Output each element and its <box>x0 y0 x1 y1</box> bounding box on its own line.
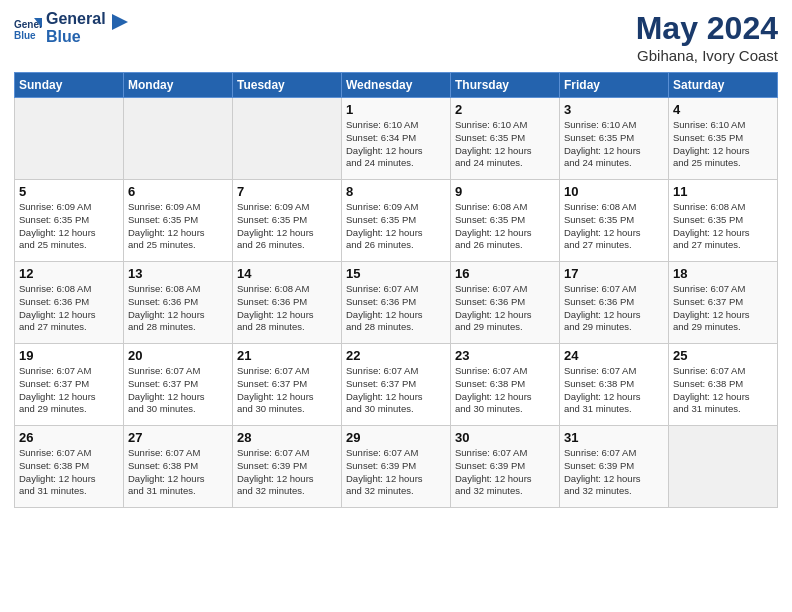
day-number: 28 <box>237 430 337 445</box>
calendar-cell: 2Sunrise: 6:10 AM Sunset: 6:35 PM Daylig… <box>451 98 560 180</box>
title-block: May 2024 Gbihana, Ivory Coast <box>636 10 778 64</box>
day-number: 18 <box>673 266 773 281</box>
calendar-cell: 6Sunrise: 6:09 AM Sunset: 6:35 PM Daylig… <box>124 180 233 262</box>
calendar-cell <box>669 426 778 508</box>
calendar-cell: 10Sunrise: 6:08 AM Sunset: 6:35 PM Dayli… <box>560 180 669 262</box>
day-info: Sunrise: 6:07 AM Sunset: 6:38 PM Dayligh… <box>455 365 555 416</box>
day-info: Sunrise: 6:07 AM Sunset: 6:39 PM Dayligh… <box>346 447 446 498</box>
calendar-cell: 22Sunrise: 6:07 AM Sunset: 6:37 PM Dayli… <box>342 344 451 426</box>
day-number: 22 <box>346 348 446 363</box>
calendar-cell: 11Sunrise: 6:08 AM Sunset: 6:35 PM Dayli… <box>669 180 778 262</box>
col-header-sunday: Sunday <box>15 73 124 98</box>
day-info: Sunrise: 6:10 AM Sunset: 6:35 PM Dayligh… <box>564 119 664 170</box>
day-number: 14 <box>237 266 337 281</box>
col-header-monday: Monday <box>124 73 233 98</box>
logo-general: General <box>46 10 106 28</box>
calendar-cell: 26Sunrise: 6:07 AM Sunset: 6:38 PM Dayli… <box>15 426 124 508</box>
main-title: May 2024 <box>636 10 778 47</box>
subtitle: Gbihana, Ivory Coast <box>636 47 778 64</box>
day-info: Sunrise: 6:07 AM Sunset: 6:37 PM Dayligh… <box>237 365 337 416</box>
day-info: Sunrise: 6:08 AM Sunset: 6:35 PM Dayligh… <box>673 201 773 252</box>
calendar-cell: 20Sunrise: 6:07 AM Sunset: 6:37 PM Dayli… <box>124 344 233 426</box>
day-number: 30 <box>455 430 555 445</box>
logo-flag-icon <box>112 14 130 36</box>
svg-marker-4 <box>112 14 128 30</box>
day-number: 31 <box>564 430 664 445</box>
logo-icon: General Blue <box>14 14 42 42</box>
col-header-tuesday: Tuesday <box>233 73 342 98</box>
col-header-saturday: Saturday <box>669 73 778 98</box>
col-header-friday: Friday <box>560 73 669 98</box>
day-info: Sunrise: 6:07 AM Sunset: 6:37 PM Dayligh… <box>346 365 446 416</box>
day-info: Sunrise: 6:10 AM Sunset: 6:34 PM Dayligh… <box>346 119 446 170</box>
page-header: General Blue General Blue May 2024 Gbiha… <box>14 10 778 64</box>
day-number: 7 <box>237 184 337 199</box>
day-info: Sunrise: 6:08 AM Sunset: 6:35 PM Dayligh… <box>564 201 664 252</box>
day-info: Sunrise: 6:09 AM Sunset: 6:35 PM Dayligh… <box>346 201 446 252</box>
calendar-cell: 18Sunrise: 6:07 AM Sunset: 6:37 PM Dayli… <box>669 262 778 344</box>
day-number: 8 <box>346 184 446 199</box>
day-number: 1 <box>346 102 446 117</box>
day-number: 3 <box>564 102 664 117</box>
day-number: 12 <box>19 266 119 281</box>
calendar-cell: 16Sunrise: 6:07 AM Sunset: 6:36 PM Dayli… <box>451 262 560 344</box>
day-number: 16 <box>455 266 555 281</box>
day-number: 20 <box>128 348 228 363</box>
col-header-wednesday: Wednesday <box>342 73 451 98</box>
calendar-cell: 30Sunrise: 6:07 AM Sunset: 6:39 PM Dayli… <box>451 426 560 508</box>
calendar-cell: 8Sunrise: 6:09 AM Sunset: 6:35 PM Daylig… <box>342 180 451 262</box>
day-info: Sunrise: 6:07 AM Sunset: 6:37 PM Dayligh… <box>673 283 773 334</box>
calendar-week-1: 1Sunrise: 6:10 AM Sunset: 6:34 PM Daylig… <box>15 98 778 180</box>
day-info: Sunrise: 6:07 AM Sunset: 6:39 PM Dayligh… <box>455 447 555 498</box>
logo: General Blue General Blue <box>14 10 130 45</box>
calendar-cell: 28Sunrise: 6:07 AM Sunset: 6:39 PM Dayli… <box>233 426 342 508</box>
day-info: Sunrise: 6:07 AM Sunset: 6:37 PM Dayligh… <box>128 365 228 416</box>
calendar-week-2: 5Sunrise: 6:09 AM Sunset: 6:35 PM Daylig… <box>15 180 778 262</box>
day-number: 19 <box>19 348 119 363</box>
day-info: Sunrise: 6:07 AM Sunset: 6:38 PM Dayligh… <box>564 365 664 416</box>
day-info: Sunrise: 6:09 AM Sunset: 6:35 PM Dayligh… <box>237 201 337 252</box>
day-info: Sunrise: 6:07 AM Sunset: 6:39 PM Dayligh… <box>564 447 664 498</box>
day-info: Sunrise: 6:09 AM Sunset: 6:35 PM Dayligh… <box>19 201 119 252</box>
col-header-thursday: Thursday <box>451 73 560 98</box>
day-info: Sunrise: 6:07 AM Sunset: 6:38 PM Dayligh… <box>673 365 773 416</box>
day-number: 24 <box>564 348 664 363</box>
day-info: Sunrise: 6:07 AM Sunset: 6:38 PM Dayligh… <box>19 447 119 498</box>
calendar-cell: 13Sunrise: 6:08 AM Sunset: 6:36 PM Dayli… <box>124 262 233 344</box>
calendar-header: SundayMondayTuesdayWednesdayThursdayFrid… <box>15 73 778 98</box>
day-info: Sunrise: 6:10 AM Sunset: 6:35 PM Dayligh… <box>455 119 555 170</box>
logo-blue: Blue <box>46 28 106 46</box>
calendar-cell: 19Sunrise: 6:07 AM Sunset: 6:37 PM Dayli… <box>15 344 124 426</box>
day-info: Sunrise: 6:08 AM Sunset: 6:36 PM Dayligh… <box>19 283 119 334</box>
day-info: Sunrise: 6:07 AM Sunset: 6:36 PM Dayligh… <box>455 283 555 334</box>
day-number: 27 <box>128 430 228 445</box>
day-info: Sunrise: 6:08 AM Sunset: 6:35 PM Dayligh… <box>455 201 555 252</box>
calendar-cell: 25Sunrise: 6:07 AM Sunset: 6:38 PM Dayli… <box>669 344 778 426</box>
day-info: Sunrise: 6:07 AM Sunset: 6:39 PM Dayligh… <box>237 447 337 498</box>
calendar-week-3: 12Sunrise: 6:08 AM Sunset: 6:36 PM Dayli… <box>15 262 778 344</box>
day-info: Sunrise: 6:07 AM Sunset: 6:36 PM Dayligh… <box>346 283 446 334</box>
calendar-cell: 14Sunrise: 6:08 AM Sunset: 6:36 PM Dayli… <box>233 262 342 344</box>
day-info: Sunrise: 6:10 AM Sunset: 6:35 PM Dayligh… <box>673 119 773 170</box>
calendar-cell: 4Sunrise: 6:10 AM Sunset: 6:35 PM Daylig… <box>669 98 778 180</box>
calendar-cell: 12Sunrise: 6:08 AM Sunset: 6:36 PM Dayli… <box>15 262 124 344</box>
calendar-cell: 29Sunrise: 6:07 AM Sunset: 6:39 PM Dayli… <box>342 426 451 508</box>
day-info: Sunrise: 6:07 AM Sunset: 6:38 PM Dayligh… <box>128 447 228 498</box>
calendar-week-4: 19Sunrise: 6:07 AM Sunset: 6:37 PM Dayli… <box>15 344 778 426</box>
day-info: Sunrise: 6:08 AM Sunset: 6:36 PM Dayligh… <box>237 283 337 334</box>
day-number: 5 <box>19 184 119 199</box>
day-number: 4 <box>673 102 773 117</box>
day-number: 9 <box>455 184 555 199</box>
svg-text:Blue: Blue <box>14 30 36 41</box>
day-number: 23 <box>455 348 555 363</box>
calendar-cell <box>124 98 233 180</box>
day-info: Sunrise: 6:07 AM Sunset: 6:37 PM Dayligh… <box>19 365 119 416</box>
day-number: 21 <box>237 348 337 363</box>
calendar-cell: 7Sunrise: 6:09 AM Sunset: 6:35 PM Daylig… <box>233 180 342 262</box>
calendar-cell: 27Sunrise: 6:07 AM Sunset: 6:38 PM Dayli… <box>124 426 233 508</box>
day-number: 15 <box>346 266 446 281</box>
calendar-cell: 1Sunrise: 6:10 AM Sunset: 6:34 PM Daylig… <box>342 98 451 180</box>
calendar-cell: 23Sunrise: 6:07 AM Sunset: 6:38 PM Dayli… <box>451 344 560 426</box>
day-info: Sunrise: 6:09 AM Sunset: 6:35 PM Dayligh… <box>128 201 228 252</box>
calendar-cell <box>15 98 124 180</box>
